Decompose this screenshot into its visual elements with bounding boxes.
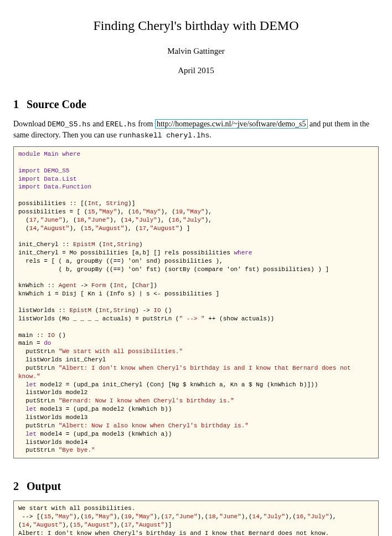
section-2-title: Output (27, 480, 61, 492)
code-line: import Data.Function (18, 183, 91, 190)
code-line: listWorlds model4 (18, 439, 87, 446)
code-line: main = do (18, 340, 51, 346)
output-code-block: We start with all possibilities. --> [(1… (13, 501, 379, 536)
code-line: import Data.List (18, 176, 77, 182)
code-line: putStrLn "We start with all possibilitie… (18, 348, 183, 355)
code-line: listWorlds init_Cheryl (18, 356, 106, 363)
section-2-number: 2 (13, 478, 19, 494)
output-line: --> [(15,"May"),(16,"May"),(19,"May"),(1… (18, 513, 336, 528)
section-1-number: 1 (13, 96, 19, 112)
code-line: ( b, groupBy ((==) 'on' fst) (sortBy (co… (18, 266, 329, 273)
code-line: let model4 = (upd_pa model3 (knWhich a)) (18, 431, 172, 437)
download-link[interactable]: http://homepages.cwi.nl/~jve/software/de… (155, 119, 308, 129)
code-line: main :: IO () (18, 332, 66, 339)
output-line: We start with all possibilities. (18, 505, 135, 512)
code-line: putStrLn "Albert: I don't know when Cher… (18, 365, 354, 380)
section-2-heading: 2Output (13, 478, 379, 494)
source-code-block: module Main where import DEMO_S5 import … (13, 146, 379, 458)
code-line: knWhich i = Disj [ Kn i (Info s) | s <- … (18, 290, 219, 297)
filename-1: DEMO_S5.hs (48, 120, 91, 129)
para-text: Download (13, 120, 48, 128)
code-line: rels = [ ( a, groupBy ((==) 'on' snd) po… (18, 258, 223, 264)
code-line: init_Cheryl :: EpistM (Int,String) (18, 241, 142, 248)
code-line: listWorlds :: EpistM (Int,String) -> IO … (18, 307, 172, 314)
code-line: possibilities :: [(Int, String)] (18, 200, 135, 207)
code-line: putStrLn "Bernard: Now I know when Chery… (18, 397, 234, 404)
section-1-title: Source Code (27, 98, 86, 110)
section-1-heading: 1Source Code (13, 96, 379, 112)
document-author: Malvin Gattinger (13, 45, 379, 57)
para-text: . (209, 131, 212, 139)
para-text: from (136, 120, 155, 128)
code-line: putStrLn "Albert: Now I also know when C… (18, 422, 249, 429)
code-line: let model2 = (upd_pa init_Cheryl (Conj [… (18, 381, 318, 388)
code-line: (14,"August"), (15,"August"), (17,"Augus… (18, 225, 190, 232)
code-line: listWorlds model3 (18, 414, 87, 421)
run-command: runhaskell cheryl.lhs (119, 131, 210, 140)
para-text: and (91, 120, 106, 128)
code-line: module Main where (18, 151, 80, 157)
code-line: possibilities = [ (15,"May"), (16,"May")… (18, 208, 212, 215)
code-line: (17,"June"), (18,"June"), (14,"July"), (… (18, 217, 212, 223)
code-line: putStrLn "Bye bye." (18, 447, 95, 453)
output-line: Albert: I don't know when Cheryl's birth… (18, 530, 329, 536)
filename-2: EREL.hs (106, 120, 136, 129)
code-line: let model3 = (upd_pa model2 (knWhich b)) (18, 406, 172, 412)
code-line: init_Cheryl = Mo possibilities [a,b] [] … (18, 249, 252, 256)
code-line: listWorlds model2 (18, 389, 87, 396)
code-line: listWorlds (Mo _ _ _ _ actuals) = putStr… (18, 315, 274, 322)
document-title: Finding Cheryl's birthday with DEMO (13, 17, 379, 35)
code-line: knWhich :: Agent -> Form (Int, [Char]) (18, 282, 157, 289)
document-date: April 2015 (13, 65, 379, 76)
code-line: import DEMO_S5 (18, 167, 69, 174)
section-1-paragraph: Download DEMO_S5.hs and EREL.hs from htt… (13, 119, 379, 141)
